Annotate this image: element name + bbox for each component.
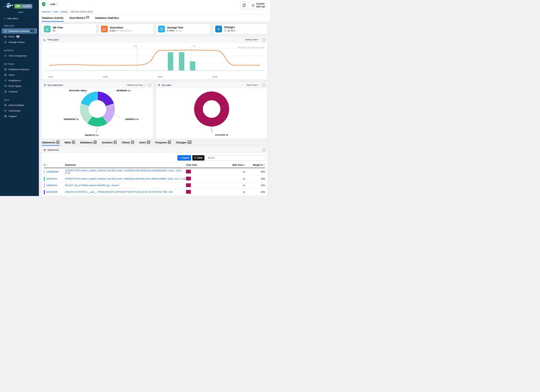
statement-id-link[interactable]: 326238714 (46, 178, 57, 180)
statement-color-chip (44, 184, 45, 188)
statement-link[interactable]: SELECT city, id FROM vehicles WHERE city… (65, 184, 120, 187)
breadcrumb-separator: › (52, 10, 52, 13)
trend-up-icon: ↗ (175, 30, 177, 32)
tab-sessions[interactable]: Sessions 2 (102, 141, 117, 146)
collapse-panel-button[interactable]: − (262, 148, 265, 151)
sidebar-item-support[interactable]: Support (2, 114, 37, 119)
tab-clients[interactable]: Clients 2 (122, 141, 134, 146)
instance-name: crdb (50, 3, 55, 5)
tab-label: Database Statistics (95, 16, 119, 19)
sidebar-item-community[interactable]: Community (2, 108, 37, 113)
waits-chart-dropdown[interactable]: Waits Chart ▾ (245, 83, 261, 87)
export-button[interactable]: ↪ Export (177, 155, 191, 161)
statements-table: # ⇅ Statement Total Time Wait Time ⇅ Wei… (42, 163, 267, 196)
minus-icon: − (263, 39, 265, 41)
top-waits-chart[interactable]: executing: 5s (156, 88, 267, 139)
main-tabbar: Database Activity Host Metrics 0 Databas… (39, 14, 270, 22)
time-spent-chart[interactable]: Peak Time: 2s, Executions: 837 (42, 43, 267, 79)
tab-waits[interactable]: Waits 1 (65, 141, 75, 146)
weight-value: 20% (245, 191, 265, 193)
tab-label: Changes (176, 141, 187, 144)
top-statements-chart[interactable]: 287474436: 999ms 887898099: 1s 139638413… (42, 88, 153, 139)
col-total-time[interactable]: Total Time (186, 164, 226, 166)
tab-statements[interactable]: Statements 5 (42, 141, 60, 146)
x-axis: 14:50 14:55 15:00 15:05 (43, 75, 266, 79)
tab-host-metrics[interactable]: Host Metrics 0 (69, 14, 90, 22)
top-header: crdb ▾ Custom 13th Jan (39, 0, 270, 14)
tab-users[interactable]: Users 2 (139, 141, 150, 146)
copy-link-button[interactable] (240, 1, 248, 9)
chevron-down-icon: ▾ (56, 3, 57, 5)
plug-icon (4, 79, 7, 82)
statement-link[interactable]: UPSERT INTO vehicle_location_histories V… (65, 178, 185, 180)
sidebar-item-label: Event Types (9, 85, 21, 87)
list-icon (44, 149, 46, 151)
sidebar-item-label: Change History (9, 41, 25, 44)
main-area: crdb ▾ Custom 13th Jan (39, 0, 270, 196)
lifering-icon (4, 115, 7, 118)
total-time-bar (186, 177, 191, 180)
statement-color-chip (44, 170, 45, 174)
statement-id-link[interactable]: 887898099 (46, 191, 57, 193)
count-badge: 0 (86, 16, 89, 18)
col-statement[interactable]: Statement (65, 164, 186, 166)
statement-id-link[interactable]: 139638413 (46, 184, 57, 187)
database-icon (4, 30, 7, 32)
instance-selector[interactable]: crdb ▾ (47, 1, 60, 7)
pie-chart-icon (44, 84, 46, 86)
collapse-panel-button[interactable]: − (262, 84, 265, 87)
sidebar-item-documentation[interactable]: Documentation (2, 102, 37, 108)
sidebar-item-hosts[interactable]: Hosts 0 (2, 34, 37, 39)
tab-label: Host Metrics (70, 16, 85, 19)
tab-database-statistics[interactable]: Database Statistics (95, 14, 120, 22)
sidebar-item-database-instances-settings[interactable]: Database Instances (2, 67, 37, 72)
sidebar-item-database-instances[interactable]: Database Instances 1 (2, 28, 37, 34)
tab-changes[interactable]: Changes 20 (176, 141, 192, 146)
sidebar-item-change-history[interactable]: ⇄ Change History (2, 39, 37, 45)
collapse-panel-button[interactable]: − (262, 38, 265, 41)
tab-database-activity[interactable]: Database Activity (41, 14, 64, 22)
sidebar-item-licences[interactable]: Licences (2, 89, 37, 94)
hide-menu-button[interactable]: « Hide Menu (0, 15, 39, 22)
breadcrumb-current: 13th Jan 14:50 to 15:10 (70, 10, 93, 13)
metric-title: Changes (224, 26, 235, 29)
health-shield-icon (41, 2, 46, 7)
sidebar-item-event-types[interactable]: Event Types (2, 83, 37, 89)
trend-up-icon: ↗ (116, 30, 118, 32)
sidebar-item-integrations[interactable]: Integrations (2, 78, 37, 83)
licence-document-icon (4, 90, 7, 93)
search-input[interactable] (206, 155, 265, 161)
statement-id-link[interactable]: 1845898166 (46, 171, 59, 173)
change-annotation-1[interactable]: ⇄ 18 (133, 45, 137, 47)
tab-label: Databases (80, 141, 93, 144)
tab-databases[interactable]: Databases 1 (80, 141, 97, 146)
clear-button[interactable]: ↺ Clear (192, 155, 205, 161)
tab-label: Sessions (102, 141, 113, 144)
col-id[interactable]: # ⇅ (44, 164, 65, 166)
donut-label: 1845898166: 1s (64, 118, 79, 120)
undo-icon: ↺ (194, 157, 196, 159)
export-icon: ↪ (179, 157, 181, 159)
col-weight[interactable]: Weight % ⇅ (245, 164, 265, 166)
sidebar-item-hosts-settings[interactable]: Hosts (2, 72, 37, 78)
chart-type-label: Statements Chart (127, 84, 143, 86)
time-range-button[interactable]: Custom 13th Jan (249, 1, 267, 9)
tab-programs[interactable]: Programs 2 (155, 141, 171, 146)
activity-chart-dropdown[interactable]: Activity Chart ▾ (243, 38, 261, 41)
sidebar-item-time-comparison[interactable]: Time Comparison (2, 53, 37, 58)
breadcrumb-activity[interactable]: Activity (61, 10, 68, 13)
breadcrumb-crdb[interactable]: crdb (54, 10, 58, 13)
col-wait-time[interactable]: Wait Time ⇅ (226, 164, 245, 166)
export-label: Export (182, 157, 189, 159)
statements-donut (79, 90, 116, 128)
statement-link[interactable]: CREATE STATISTICS __auto__ FROM [63] WIT… (65, 191, 173, 193)
breadcrumb-instances[interactable]: Instances (41, 10, 51, 13)
change-annotation-2[interactable]: ⇄ 2 (193, 45, 196, 47)
statement-link[interactable]: UPSERT INTO vehicle_location_histories V… (65, 169, 182, 174)
statements-chart-dropdown[interactable]: Statements Chart ▾ (125, 83, 147, 87)
statement-color-chip (44, 177, 45, 181)
clock-icon (252, 4, 255, 7)
collapse-panel-button[interactable]: − (148, 84, 151, 87)
change-marker-icon: ⇄ (133, 45, 135, 47)
metric-card-executions: Executions 6,320 ↗ 2,830 (123%) (99, 24, 153, 34)
